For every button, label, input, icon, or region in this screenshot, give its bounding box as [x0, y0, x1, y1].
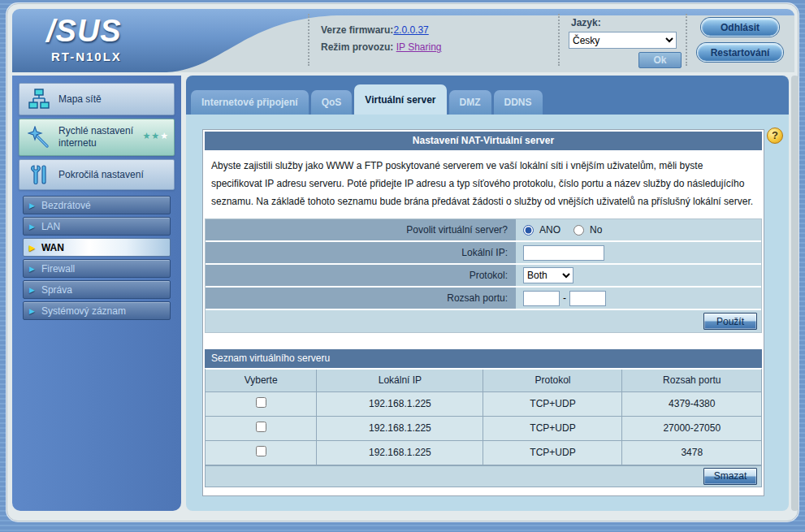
form-row-protocol: Protokol: Both — [206, 265, 761, 288]
sidebar-subnav: ▶ Bezdrátové ▶ LAN ▶ WAN ▶ Firewall ▶ Sp… — [23, 196, 171, 322]
table-row: 192.168.1.225 TCP+UDP 3478 — [206, 440, 761, 465]
enable-yes-label: ANO — [539, 224, 560, 236]
language-label: Jazyk: — [571, 17, 601, 28]
sidebar-item-firewall[interactable]: ▶ Firewall — [23, 259, 171, 278]
arrow-right-icon: ▶ — [29, 265, 35, 273]
protocol-select[interactable]: Both — [523, 267, 573, 283]
cell-local-ip: 192.168.1.225 — [317, 440, 483, 465]
magic-wand-icon — [28, 126, 50, 149]
port-from-input[interactable] — [523, 291, 560, 306]
header-divider — [558, 14, 560, 66]
content-area: ? Nastavení NAT-Virtuální server Abyste … — [186, 115, 789, 511]
virtual-server-table: Vyberte Lokální IP Protokol Rozsah portu… — [206, 370, 761, 465]
firmware-label: Verze firmwaru: — [321, 24, 393, 36]
sidebar-item-label: Správa — [41, 284, 72, 296]
language-ok-button[interactable]: Ok — [638, 52, 682, 68]
virtual-server-list: Seznam virtuálního serveru Vyberte Lokál… — [205, 349, 762, 487]
network-map-icon — [28, 88, 50, 110]
page-title: Nastavení NAT-Virtuální server — [205, 132, 762, 150]
local-ip-input[interactable] — [523, 245, 604, 261]
description-text: Abyste zajistili služby jako WWW a FTP p… — [205, 150, 762, 218]
help-icon[interactable]: ? — [767, 128, 783, 144]
list-title: Seznam virtuálního serveru — [205, 349, 762, 368]
quick-setup-stars-icon: ★★★ — [142, 131, 169, 141]
form-row-port-range: Rozsah portu: - — [206, 288, 761, 310]
sidebar: Mapa sítě Rychlé nastavení internetu ★★★… — [12, 76, 181, 511]
sidebar-item-label: Mapa sítě — [58, 93, 102, 105]
cell-protocol: TCP+UDP — [483, 391, 622, 416]
sidebar-item-label: Bezdrátové — [41, 200, 91, 211]
port-range-label: Rozsah portu: — [206, 288, 516, 309]
cell-port-range: 4379-4380 — [622, 391, 761, 416]
sidebar-item-label: Pokročilá nastavení — [58, 169, 144, 180]
sidebar-item-quick-internet-setup[interactable]: Rychlé nastavení internetu ★★★ — [19, 119, 175, 156]
form-row-enable: Povolit virtuální server? ANO No — [206, 219, 761, 242]
cell-protocol: TCP+UDP — [483, 416, 622, 440]
arrow-right-icon: ▶ — [29, 307, 35, 315]
tab-ddns[interactable]: DDNS — [494, 90, 543, 115]
sidebar-item-label: WAN — [41, 242, 64, 253]
header-curve-decoration — [167, 9, 794, 72]
sidebar-item-label: Rychlé nastavení internetu — [58, 125, 146, 149]
enable-yes-radio[interactable] — [523, 225, 534, 236]
apply-button[interactable]: Použít — [703, 313, 757, 330]
arrow-right-icon: ▶ — [29, 223, 35, 231]
sidebar-item-network-map[interactable]: Mapa sítě — [19, 83, 175, 115]
logout-button[interactable]: Odhlásit — [701, 18, 779, 37]
sidebar-item-label: Firewall — [41, 263, 75, 275]
operation-mode-label: Režim provozu: — [321, 41, 396, 53]
enable-label: Povolit virtuální server? — [206, 219, 516, 240]
main-panel: Internetové připojení QoS Virtuální serv… — [186, 76, 789, 511]
cell-local-ip: 192.168.1.225 — [317, 391, 483, 416]
firmware-info: Verze firmwaru:2.0.0.37 Režim provozu: I… — [321, 22, 442, 56]
tab-dmz[interactable]: DMZ — [449, 90, 491, 115]
list-button-row: Smazat — [206, 465, 761, 487]
port-separator: - — [563, 292, 566, 304]
local-ip-label: Lokální IP: — [206, 242, 516, 263]
arrow-right-icon: ▶ — [29, 244, 35, 252]
asus-logo: /SUS — [46, 14, 122, 49]
row-select-checkbox[interactable] — [256, 422, 266, 432]
table-row: 192.168.1.225 TCP+UDP 4379-4380 — [206, 391, 761, 416]
column-header-local-ip: Lokální IP — [317, 370, 483, 391]
arrow-right-icon: ▶ — [29, 286, 35, 294]
language-select[interactable]: Česky — [569, 32, 677, 49]
settings-box: Nastavení NAT-Virtuální server Abyste za… — [202, 129, 764, 496]
form-button-row: Použít — [206, 310, 761, 332]
router-model: RT-N10LX — [51, 50, 122, 63]
tab-internet-connection[interactable]: Internetové připojení — [191, 90, 309, 115]
sidebar-item-lan[interactable]: ▶ LAN — [23, 217, 171, 236]
sidebar-item-administration[interactable]: ▶ Správa — [23, 280, 171, 299]
sidebar-item-wireless[interactable]: ▶ Bezdrátové — [23, 196, 171, 214]
delete-button[interactable]: Smazat — [703, 468, 757, 485]
tab-qos[interactable]: QoS — [311, 90, 353, 115]
sidebar-item-system-log[interactable]: ▶ Systémový záznam — [23, 301, 171, 320]
row-select-checkbox[interactable] — [256, 446, 266, 456]
enable-no-label: No — [590, 224, 602, 236]
header: /SUS RT-N10LX Verze firmwaru:2.0.0.37 Re… — [12, 9, 794, 72]
table-row: 192.168.1.225 TCP+UDP 27000-27050 — [206, 416, 761, 440]
row-select-checkbox[interactable] — [256, 397, 266, 408]
column-header-port-range: Rozsah portu — [622, 370, 761, 391]
tab-virtual-server[interactable]: Virtuální server — [354, 84, 446, 115]
sidebar-item-label: Systémový záznam — [41, 305, 126, 317]
column-header-protocol: Protokol — [483, 370, 622, 391]
arrow-right-icon: ▶ — [29, 201, 35, 210]
cell-port-range: 3478 — [622, 440, 761, 465]
firmware-version-link[interactable]: 2.0.0.37 — [393, 24, 428, 36]
scrollbar-gutter — [791, 76, 799, 511]
port-to-input[interactable] — [569, 291, 606, 306]
enable-no-radio[interactable] — [573, 225, 584, 236]
app-container: /SUS RT-N10LX Verze firmwaru:2.0.0.37 Re… — [6, 3, 799, 521]
cell-local-ip: 192.168.1.225 — [317, 416, 483, 440]
virtual-server-form: Povolit virtuální server? ANO No Lokální… — [205, 218, 762, 333]
reboot-button[interactable]: Restartování — [697, 43, 783, 62]
sidebar-item-label: LAN — [41, 221, 60, 232]
header-divider — [308, 14, 309, 66]
form-row-local-ip: Lokální IP: — [206, 242, 761, 265]
sidebar-item-advanced-settings[interactable]: Pokročilá nastavení — [19, 159, 175, 190]
operation-mode-link[interactable]: IP Sharing — [396, 41, 442, 53]
sidebar-item-wan[interactable]: ▶ WAN — [23, 238, 171, 257]
cell-protocol: TCP+UDP — [483, 440, 622, 465]
tab-bar: Internetové připojení QoS Virtuální serv… — [186, 76, 789, 115]
